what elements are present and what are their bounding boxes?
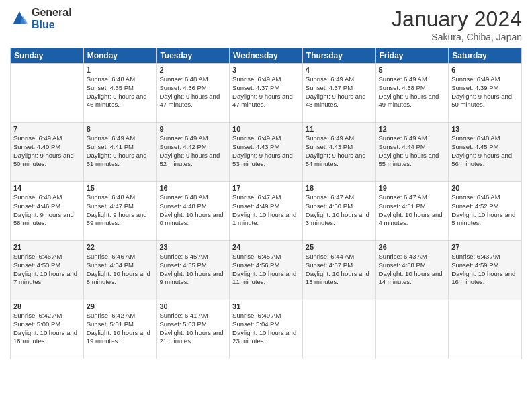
day-info: Sunrise: 6:41 AMSunset: 5:03 PMDaylight:…: [159, 312, 226, 346]
day-number: 17: [232, 184, 300, 192]
table-row: 12Sunrise: 6:49 AMSunset: 4:44 PMDayligh…: [375, 123, 449, 182]
day-info: Sunrise: 6:42 AMSunset: 5:00 PMDaylight:…: [13, 312, 81, 346]
day-number: 25: [306, 243, 373, 251]
day-info: Sunrise: 6:44 AMSunset: 4:57 PMDaylight:…: [306, 253, 373, 287]
table-row: [302, 300, 375, 359]
day-number: 27: [451, 243, 519, 251]
table-row: 18Sunrise: 6:47 AMSunset: 4:50 PMDayligh…: [302, 182, 375, 241]
table-row: 20Sunrise: 6:46 AMSunset: 4:52 PMDayligh…: [449, 182, 522, 241]
calendar-week-row: 14Sunrise: 6:48 AMSunset: 4:46 PMDayligh…: [11, 182, 522, 241]
day-number: 15: [87, 184, 154, 192]
day-number: 16: [159, 184, 226, 192]
day-number: 23: [159, 243, 226, 251]
day-info: Sunrise: 6:43 AMSunset: 4:58 PMDaylight:…: [379, 253, 446, 287]
day-number: 24: [232, 243, 300, 251]
header: General Blue January 2024 Sakura, Chiba,…: [10, 7, 522, 42]
header-monday: Monday: [83, 48, 157, 64]
day-info: Sunrise: 6:46 AMSunset: 4:53 PMDaylight:…: [13, 253, 81, 287]
day-number: 8: [87, 125, 154, 133]
table-row: 27Sunrise: 6:43 AMSunset: 4:59 PMDayligh…: [449, 241, 522, 300]
day-number: 13: [451, 125, 519, 133]
table-row: 26Sunrise: 6:43 AMSunset: 4:58 PMDayligh…: [375, 241, 449, 300]
day-info: Sunrise: 6:49 AMSunset: 4:37 PMDaylight:…: [306, 75, 373, 109]
page: General Blue January 2024 Sakura, Chiba,…: [0, 0, 532, 411]
day-number: 29: [87, 302, 154, 310]
day-info: Sunrise: 6:48 AMSunset: 4:36 PMDaylight:…: [159, 75, 226, 109]
header-tuesday: Tuesday: [157, 48, 230, 64]
table-row: 28Sunrise: 6:42 AMSunset: 5:00 PMDayligh…: [11, 300, 84, 359]
table-row: 24Sunrise: 6:45 AMSunset: 4:56 PMDayligh…: [230, 241, 303, 300]
day-info: Sunrise: 6:49 AMSunset: 4:41 PMDaylight:…: [87, 134, 154, 169]
logo: General Blue: [10, 7, 72, 30]
table-row: 17Sunrise: 6:47 AMSunset: 4:49 PMDayligh…: [230, 182, 303, 241]
day-number: 2: [159, 66, 226, 74]
table-row: 8Sunrise: 6:49 AMSunset: 4:41 PMDaylight…: [83, 123, 157, 182]
table-row: 14Sunrise: 6:48 AMSunset: 4:46 PMDayligh…: [11, 182, 84, 241]
day-number: 11: [306, 125, 373, 133]
day-number: 20: [451, 184, 519, 192]
calendar-week-row: 28Sunrise: 6:42 AMSunset: 5:00 PMDayligh…: [11, 300, 522, 359]
day-number: 21: [13, 243, 81, 251]
table-row: 2Sunrise: 6:48 AMSunset: 4:36 PMDaylight…: [157, 64, 230, 123]
day-info: Sunrise: 6:49 AMSunset: 4:44 PMDaylight:…: [379, 134, 446, 169]
day-info: Sunrise: 6:49 AMSunset: 4:38 PMDaylight:…: [379, 75, 446, 109]
calendar-week-row: 7Sunrise: 6:49 AMSunset: 4:40 PMDaylight…: [11, 123, 522, 182]
table-row: 7Sunrise: 6:49 AMSunset: 4:40 PMDaylight…: [11, 123, 84, 182]
table-row: 9Sunrise: 6:49 AMSunset: 4:42 PMDaylight…: [157, 123, 230, 182]
day-number: 12: [379, 125, 446, 133]
header-friday: Friday: [375, 48, 449, 64]
day-info: Sunrise: 6:45 AMSunset: 4:55 PMDaylight:…: [159, 253, 226, 287]
table-row: 22Sunrise: 6:46 AMSunset: 4:54 PMDayligh…: [83, 241, 157, 300]
day-info: Sunrise: 6:42 AMSunset: 5:01 PMDaylight:…: [87, 312, 154, 346]
day-number: 3: [232, 66, 300, 74]
table-row: 30Sunrise: 6:41 AMSunset: 5:03 PMDayligh…: [157, 300, 230, 359]
day-info: Sunrise: 6:47 AMSunset: 4:49 PMDaylight:…: [232, 193, 300, 228]
calendar-week-row: 1Sunrise: 6:48 AMSunset: 4:35 PMDaylight…: [11, 64, 522, 123]
day-number: 9: [159, 125, 226, 133]
table-row: 13Sunrise: 6:48 AMSunset: 4:45 PMDayligh…: [449, 123, 522, 182]
day-info: Sunrise: 6:43 AMSunset: 4:59 PMDaylight:…: [451, 253, 519, 287]
header-wednesday: Wednesday: [230, 48, 303, 64]
table-row: 19Sunrise: 6:47 AMSunset: 4:51 PMDayligh…: [375, 182, 449, 241]
day-number: 5: [379, 66, 446, 74]
table-row: [11, 64, 84, 123]
logo-text: General Blue: [32, 7, 72, 30]
day-number: 18: [306, 184, 373, 192]
calendar-table: Sunday Monday Tuesday Wednesday Thursday…: [10, 48, 522, 359]
logo-blue-text: Blue: [32, 19, 72, 31]
day-info: Sunrise: 6:46 AMSunset: 4:52 PMDaylight:…: [451, 193, 519, 228]
table-row: 3Sunrise: 6:49 AMSunset: 4:37 PMDaylight…: [230, 64, 303, 123]
day-number: 10: [232, 125, 300, 133]
title-block: January 2024 Sakura, Chiba, Japan: [392, 7, 522, 42]
day-number: 22: [87, 243, 154, 251]
day-number: 1: [87, 66, 154, 74]
table-row: 6Sunrise: 6:49 AMSunset: 4:39 PMDaylight…: [449, 64, 522, 123]
day-number: 4: [306, 66, 373, 74]
day-info: Sunrise: 6:49 AMSunset: 4:43 PMDaylight:…: [232, 134, 300, 169]
table-row: 1Sunrise: 6:48 AMSunset: 4:35 PMDaylight…: [83, 64, 157, 123]
day-info: Sunrise: 6:45 AMSunset: 4:56 PMDaylight:…: [232, 253, 300, 287]
calendar-week-row: 21Sunrise: 6:46 AMSunset: 4:53 PMDayligh…: [11, 241, 522, 300]
day-info: Sunrise: 6:47 AMSunset: 4:51 PMDaylight:…: [379, 193, 446, 228]
table-row: 29Sunrise: 6:42 AMSunset: 5:01 PMDayligh…: [83, 300, 157, 359]
table-row: 4Sunrise: 6:49 AMSunset: 4:37 PMDaylight…: [302, 64, 375, 123]
day-info: Sunrise: 6:48 AMSunset: 4:47 PMDaylight:…: [87, 193, 154, 228]
day-number: 30: [159, 302, 226, 310]
day-info: Sunrise: 6:40 AMSunset: 5:04 PMDaylight:…: [232, 312, 300, 346]
day-info: Sunrise: 6:47 AMSunset: 4:50 PMDaylight:…: [306, 193, 373, 228]
table-row: 5Sunrise: 6:49 AMSunset: 4:38 PMDaylight…: [375, 64, 449, 123]
day-info: Sunrise: 6:48 AMSunset: 4:45 PMDaylight:…: [451, 134, 519, 169]
weekday-header-row: Sunday Monday Tuesday Wednesday Thursday…: [11, 48, 522, 64]
logo-icon: [10, 9, 29, 28]
day-info: Sunrise: 6:49 AMSunset: 4:39 PMDaylight:…: [451, 75, 519, 109]
day-info: Sunrise: 6:49 AMSunset: 4:37 PMDaylight:…: [232, 75, 300, 109]
header-sunday: Sunday: [11, 48, 84, 64]
day-info: Sunrise: 6:46 AMSunset: 4:54 PMDaylight:…: [87, 253, 154, 287]
table-row: 23Sunrise: 6:45 AMSunset: 4:55 PMDayligh…: [157, 241, 230, 300]
day-info: Sunrise: 6:48 AMSunset: 4:46 PMDaylight:…: [13, 193, 81, 228]
day-number: 26: [379, 243, 446, 251]
table-row: 25Sunrise: 6:44 AMSunset: 4:57 PMDayligh…: [302, 241, 375, 300]
location-title: Sakura, Chiba, Japan: [392, 32, 522, 42]
month-title: January 2024: [392, 7, 522, 32]
table-row: 31Sunrise: 6:40 AMSunset: 5:04 PMDayligh…: [230, 300, 303, 359]
